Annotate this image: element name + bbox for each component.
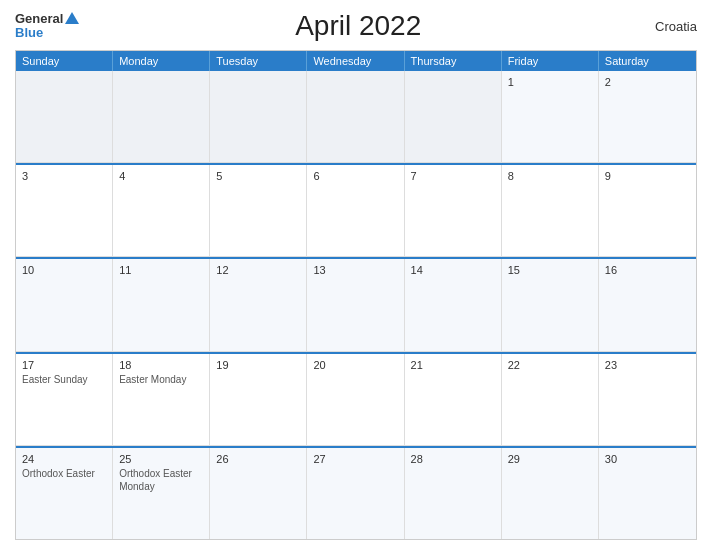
country-label: Croatia xyxy=(637,19,697,34)
day-28: 28 xyxy=(411,453,495,465)
calendar-page: General Blue April 2022 Croatia Sunday M… xyxy=(0,0,712,550)
holiday-orthodox-easter: Orthodox Easter xyxy=(22,467,106,480)
header-thursday: Thursday xyxy=(405,51,502,71)
cell-apr-19: 19 xyxy=(210,354,307,445)
day-25: 25 xyxy=(119,453,203,465)
day-27: 27 xyxy=(313,453,397,465)
header-monday: Monday xyxy=(113,51,210,71)
calendar-header: Sunday Monday Tuesday Wednesday Thursday… xyxy=(16,51,696,71)
cell-w1-wed xyxy=(307,71,404,162)
logo-general-text: General xyxy=(15,12,63,26)
day-30: 30 xyxy=(605,453,690,465)
cell-apr-8: 8 xyxy=(502,165,599,256)
day-7: 7 xyxy=(411,170,495,182)
cell-apr-16: 16 xyxy=(599,259,696,350)
cell-apr-5: 5 xyxy=(210,165,307,256)
cell-apr-12: 12 xyxy=(210,259,307,350)
day-29: 29 xyxy=(508,453,592,465)
cell-apr-23: 23 xyxy=(599,354,696,445)
day-13: 13 xyxy=(313,264,397,276)
cell-apr-26: 26 xyxy=(210,448,307,539)
week-row-2: 3 4 5 6 7 8 9 xyxy=(16,163,696,257)
day-26: 26 xyxy=(216,453,300,465)
cell-apr-27: 27 xyxy=(307,448,404,539)
calendar-body: 1 2 3 4 5 6 xyxy=(16,71,696,539)
cell-apr-3: 3 xyxy=(16,165,113,256)
day-12: 12 xyxy=(216,264,300,276)
cell-apr-11: 11 xyxy=(113,259,210,350)
holiday-easter-sunday: Easter Sunday xyxy=(22,373,106,386)
holiday-easter-monday: Easter Monday xyxy=(119,373,203,386)
logo-triangle-icon xyxy=(65,12,79,24)
cell-apr-4: 4 xyxy=(113,165,210,256)
day-10: 10 xyxy=(22,264,106,276)
day-14: 14 xyxy=(411,264,495,276)
week-row-1: 1 2 xyxy=(16,71,696,163)
cell-apr-30: 30 xyxy=(599,448,696,539)
month-title: April 2022 xyxy=(79,10,637,42)
header-friday: Friday xyxy=(502,51,599,71)
cell-apr-14: 14 xyxy=(405,259,502,350)
cell-apr-29: 29 xyxy=(502,448,599,539)
day-9: 9 xyxy=(605,170,690,182)
day-6: 6 xyxy=(313,170,397,182)
cell-apr-6: 6 xyxy=(307,165,404,256)
cell-apr-22: 22 xyxy=(502,354,599,445)
cell-w1-tue xyxy=(210,71,307,162)
day-17: 17 xyxy=(22,359,106,371)
header: General Blue April 2022 Croatia xyxy=(15,10,697,42)
day-16: 16 xyxy=(605,264,690,276)
day-2: 2 xyxy=(605,76,690,88)
logo-block: General Blue xyxy=(15,12,79,41)
header-saturday: Saturday xyxy=(599,51,696,71)
day-20: 20 xyxy=(313,359,397,371)
day-22: 22 xyxy=(508,359,592,371)
day-4: 4 xyxy=(119,170,203,182)
header-tuesday: Tuesday xyxy=(210,51,307,71)
day-18: 18 xyxy=(119,359,203,371)
day-8: 8 xyxy=(508,170,592,182)
cell-apr-15: 15 xyxy=(502,259,599,350)
cell-apr-21: 21 xyxy=(405,354,502,445)
cell-apr-7: 7 xyxy=(405,165,502,256)
day-19: 19 xyxy=(216,359,300,371)
cell-apr-28: 28 xyxy=(405,448,502,539)
day-15: 15 xyxy=(508,264,592,276)
cell-w1-mon xyxy=(113,71,210,162)
cell-w1-sun xyxy=(16,71,113,162)
cell-apr-20: 20 xyxy=(307,354,404,445)
cell-apr-9: 9 xyxy=(599,165,696,256)
calendar: Sunday Monday Tuesday Wednesday Thursday… xyxy=(15,50,697,540)
week-row-4: 17 Easter Sunday 18 Easter Monday 19 20 … xyxy=(16,352,696,446)
day-3: 3 xyxy=(22,170,106,182)
day-1: 1 xyxy=(508,76,592,88)
cell-apr-2: 2 xyxy=(599,71,696,162)
header-sunday: Sunday xyxy=(16,51,113,71)
week-row-3: 10 11 12 13 14 15 16 xyxy=(16,257,696,351)
day-23: 23 xyxy=(605,359,690,371)
header-wednesday: Wednesday xyxy=(307,51,404,71)
cell-apr-24: 24 Orthodox Easter xyxy=(16,448,113,539)
holiday-orthodox-easter-monday: Orthodox Easter Monday xyxy=(119,467,203,493)
week-row-5: 24 Orthodox Easter 25 Orthodox Easter Mo… xyxy=(16,446,696,539)
cell-apr-1: 1 xyxy=(502,71,599,162)
logo: General Blue xyxy=(15,12,79,41)
day-24: 24 xyxy=(22,453,106,465)
cell-apr-17: 17 Easter Sunday xyxy=(16,354,113,445)
day-5: 5 xyxy=(216,170,300,182)
cell-apr-10: 10 xyxy=(16,259,113,350)
day-21: 21 xyxy=(411,359,495,371)
cell-apr-13: 13 xyxy=(307,259,404,350)
day-11: 11 xyxy=(119,264,203,276)
cell-w1-thu xyxy=(405,71,502,162)
cell-apr-18: 18 Easter Monday xyxy=(113,354,210,445)
cell-apr-25: 25 Orthodox Easter Monday xyxy=(113,448,210,539)
logo-blue-text: Blue xyxy=(15,26,43,40)
